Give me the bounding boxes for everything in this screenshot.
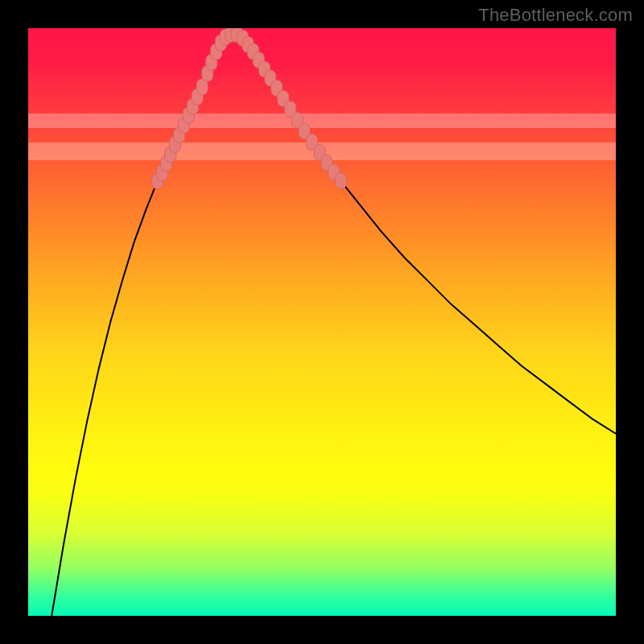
- curve-marker: [335, 173, 346, 189]
- chart-svg: [28, 28, 616, 616]
- chart-plot-area: [28, 28, 616, 616]
- chart-stage: TheBottleneck.com: [0, 0, 644, 644]
- watermark-text: TheBottleneck.com: [478, 5, 633, 26]
- bottleneck-curve: [52, 34, 616, 616]
- curve-markers-group: [152, 28, 347, 189]
